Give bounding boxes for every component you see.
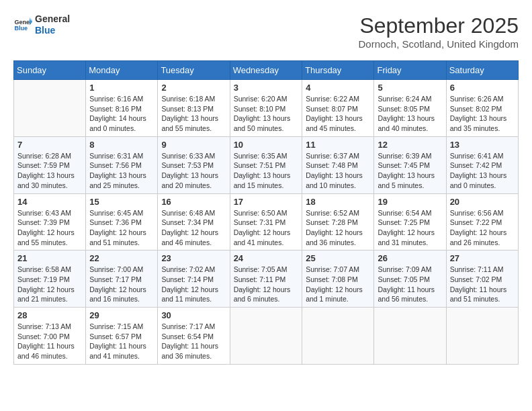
day-number: 28	[17, 310, 82, 320]
month-title: September 2025	[359, 13, 519, 38]
day-number: 11	[306, 140, 370, 150]
day-number: 25	[306, 253, 370, 263]
day-number: 15	[89, 197, 154, 207]
day-info: Sunrise: 7:05 AMSunset: 7:11 PMDaylight:…	[234, 265, 299, 304]
day-info: Sunrise: 6:22 AMSunset: 8:07 PMDaylight:…	[306, 94, 370, 134]
logo: General Blue General Blue	[13, 13, 70, 36]
day-number: 6	[450, 83, 515, 93]
day-number: 19	[378, 197, 442, 207]
day-number: 13	[450, 140, 515, 150]
day-info: Sunrise: 7:15 AMSunset: 6:57 PMDaylight:…	[89, 322, 154, 361]
calendar-cell: 15Sunrise: 6:45 AMSunset: 7:36 PMDayligh…	[86, 193, 158, 250]
calendar-cell: 13Sunrise: 6:41 AMSunset: 7:42 PMDayligh…	[446, 136, 518, 193]
day-number: 1	[89, 83, 154, 93]
calendar-cell	[302, 308, 374, 365]
day-info: Sunrise: 6:28 AMSunset: 7:59 PMDaylight:…	[17, 151, 82, 191]
logo-line1: General	[35, 13, 70, 25]
day-number: 22	[89, 253, 154, 263]
calendar-cell: 9Sunrise: 6:33 AMSunset: 7:53 PMDaylight…	[158, 136, 230, 193]
day-info: Sunrise: 6:52 AMSunset: 7:28 PMDaylight:…	[306, 208, 370, 248]
day-number: 24	[234, 253, 299, 263]
column-header-monday: Monday	[86, 61, 158, 80]
day-info: Sunrise: 6:24 AMSunset: 8:05 PMDaylight:…	[378, 94, 442, 134]
day-number: 16	[161, 197, 226, 207]
day-info: Sunrise: 7:07 AMSunset: 7:08 PMDaylight:…	[306, 265, 370, 304]
day-number: 2	[161, 83, 226, 93]
day-info: Sunrise: 6:43 AMSunset: 7:39 PMDaylight:…	[17, 208, 82, 248]
day-info: Sunrise: 6:31 AMSunset: 7:56 PMDaylight:…	[89, 151, 154, 191]
calendar-week-row: 21Sunrise: 6:58 AMSunset: 7:19 PMDayligh…	[14, 250, 519, 308]
day-info: Sunrise: 7:00 AMSunset: 7:17 PMDaylight:…	[89, 265, 154, 304]
calendar-cell: 29Sunrise: 7:15 AMSunset: 6:57 PMDayligh…	[86, 308, 158, 365]
day-info: Sunrise: 6:48 AMSunset: 7:34 PMDaylight:…	[161, 208, 226, 248]
calendar-cell: 4Sunrise: 6:22 AMSunset: 8:07 PMDaylight…	[302, 80, 374, 137]
calendar-cell: 16Sunrise: 6:48 AMSunset: 7:34 PMDayligh…	[158, 193, 230, 250]
calendar-cell: 1Sunrise: 6:16 AMSunset: 8:16 PMDaylight…	[86, 80, 158, 137]
column-header-thursday: Thursday	[302, 61, 374, 80]
day-info: Sunrise: 7:09 AMSunset: 7:05 PMDaylight:…	[378, 265, 442, 304]
calendar-week-row: 28Sunrise: 7:13 AMSunset: 7:00 PMDayligh…	[14, 308, 519, 365]
day-info: Sunrise: 6:58 AMSunset: 7:19 PMDaylight:…	[17, 265, 82, 304]
calendar-cell: 26Sunrise: 7:09 AMSunset: 7:05 PMDayligh…	[374, 250, 446, 308]
column-header-wednesday: Wednesday	[230, 61, 302, 80]
logo-line2: Blue	[35, 25, 70, 36]
calendar-cell: 20Sunrise: 6:56 AMSunset: 7:22 PMDayligh…	[446, 193, 518, 250]
day-info: Sunrise: 7:11 AMSunset: 7:02 PMDaylight:…	[450, 265, 515, 304]
location-title: Dornoch, Scotland, United Kingdom	[359, 38, 519, 50]
day-info: Sunrise: 6:20 AMSunset: 8:10 PMDaylight:…	[234, 94, 299, 134]
calendar-cell: 22Sunrise: 7:00 AMSunset: 7:17 PMDayligh…	[86, 250, 158, 308]
day-number: 14	[17, 197, 82, 207]
day-number: 10	[234, 140, 299, 150]
day-number: 7	[17, 140, 82, 150]
calendar-cell: 18Sunrise: 6:52 AMSunset: 7:28 PMDayligh…	[302, 193, 374, 250]
day-number: 23	[161, 253, 226, 263]
day-number: 30	[161, 310, 226, 320]
calendar-cell	[230, 308, 302, 365]
calendar-body: 1Sunrise: 6:16 AMSunset: 8:16 PMDaylight…	[14, 80, 519, 365]
calendar-cell: 25Sunrise: 7:07 AMSunset: 7:08 PMDayligh…	[302, 250, 374, 308]
day-number: 8	[89, 140, 154, 150]
day-number: 3	[234, 83, 299, 93]
day-number: 5	[378, 83, 442, 93]
day-info: Sunrise: 6:45 AMSunset: 7:36 PMDaylight:…	[89, 208, 154, 248]
calendar-cell: 6Sunrise: 6:26 AMSunset: 8:02 PMDaylight…	[446, 80, 518, 137]
svg-text:Blue: Blue	[14, 25, 28, 32]
calendar-cell	[14, 80, 86, 137]
day-number: 20	[450, 197, 515, 207]
calendar-cell: 28Sunrise: 7:13 AMSunset: 7:00 PMDayligh…	[14, 308, 86, 365]
day-info: Sunrise: 6:37 AMSunset: 7:48 PMDaylight:…	[306, 151, 370, 191]
day-number: 9	[161, 140, 226, 150]
title-area: September 2025 Dornoch, Scotland, United…	[359, 13, 519, 50]
day-info: Sunrise: 7:17 AMSunset: 6:54 PMDaylight:…	[161, 322, 226, 361]
calendar-cell: 2Sunrise: 6:18 AMSunset: 8:13 PMDaylight…	[158, 80, 230, 137]
day-number: 12	[378, 140, 442, 150]
day-info: Sunrise: 6:56 AMSunset: 7:22 PMDaylight:…	[450, 208, 515, 248]
day-info: Sunrise: 6:16 AMSunset: 8:16 PMDaylight:…	[89, 94, 154, 134]
day-info: Sunrise: 6:33 AMSunset: 7:53 PMDaylight:…	[161, 151, 226, 191]
calendar-cell	[446, 308, 518, 365]
logo-icon: General Blue	[13, 15, 32, 34]
calendar-cell: 3Sunrise: 6:20 AMSunset: 8:10 PMDaylight…	[230, 80, 302, 137]
day-number: 29	[89, 310, 154, 320]
calendar-header-row: SundayMondayTuesdayWednesdayThursdayFrid…	[14, 61, 519, 80]
calendar-week-row: 7Sunrise: 6:28 AMSunset: 7:59 PMDaylight…	[14, 136, 519, 193]
calendar-cell: 24Sunrise: 7:05 AMSunset: 7:11 PMDayligh…	[230, 250, 302, 308]
day-info: Sunrise: 6:26 AMSunset: 8:02 PMDaylight:…	[450, 94, 515, 134]
calendar-cell: 12Sunrise: 6:39 AMSunset: 7:45 PMDayligh…	[374, 136, 446, 193]
column-header-tuesday: Tuesday	[158, 61, 230, 80]
calendar-cell: 10Sunrise: 6:35 AMSunset: 7:51 PMDayligh…	[230, 136, 302, 193]
day-number: 26	[378, 253, 442, 263]
column-header-friday: Friday	[374, 61, 446, 80]
day-number: 21	[17, 253, 82, 263]
calendar-cell: 5Sunrise: 6:24 AMSunset: 8:05 PMDaylight…	[374, 80, 446, 137]
calendar-cell: 17Sunrise: 6:50 AMSunset: 7:31 PMDayligh…	[230, 193, 302, 250]
calendar-cell: 30Sunrise: 7:17 AMSunset: 6:54 PMDayligh…	[158, 308, 230, 365]
day-info: Sunrise: 6:54 AMSunset: 7:25 PMDaylight:…	[378, 208, 442, 248]
day-info: Sunrise: 6:50 AMSunset: 7:31 PMDaylight:…	[234, 208, 299, 248]
day-info: Sunrise: 6:35 AMSunset: 7:51 PMDaylight:…	[234, 151, 299, 191]
calendar-cell: 8Sunrise: 6:31 AMSunset: 7:56 PMDaylight…	[86, 136, 158, 193]
day-info: Sunrise: 6:18 AMSunset: 8:13 PMDaylight:…	[161, 94, 226, 134]
calendar-cell: 11Sunrise: 6:37 AMSunset: 7:48 PMDayligh…	[302, 136, 374, 193]
calendar-cell: 21Sunrise: 6:58 AMSunset: 7:19 PMDayligh…	[14, 250, 86, 308]
day-number: 4	[306, 83, 370, 93]
